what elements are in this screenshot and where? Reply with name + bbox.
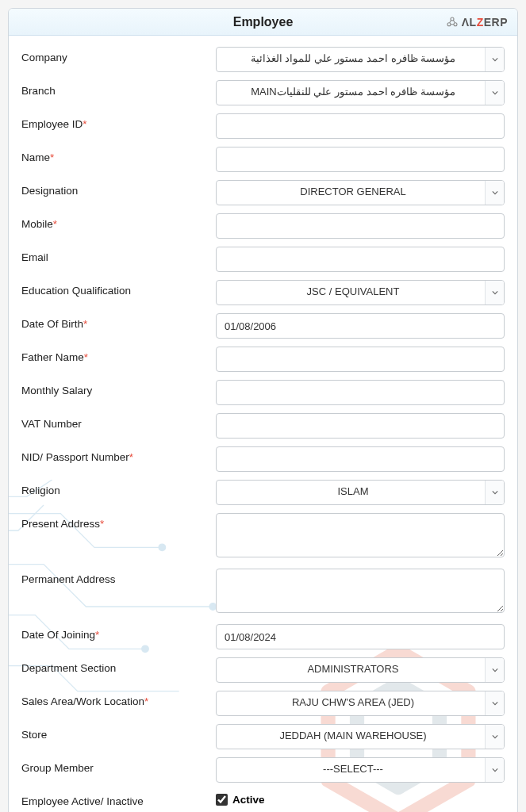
label-store: Store bbox=[21, 724, 216, 741]
father-input[interactable] bbox=[216, 347, 505, 372]
label-active: Employee Active/ Inactive bbox=[21, 791, 216, 807]
designation-select[interactable]: DIRECTOR GENERAL bbox=[216, 180, 505, 205]
label-employee-id: Employee ID* bbox=[21, 113, 216, 130]
page-title: Employee bbox=[233, 15, 294, 29]
label-sales-area: Sales Area/Work Location* bbox=[21, 691, 216, 707]
row-active: Employee Active/ Inactive Active bbox=[21, 791, 505, 807]
label-email: Email bbox=[21, 247, 216, 263]
label-company: Company bbox=[21, 47, 216, 63]
logo-icon bbox=[446, 16, 459, 29]
row-company: Company مؤسسة ظافره احمد مستور علي للموا… bbox=[21, 47, 505, 72]
name-input[interactable] bbox=[216, 147, 505, 172]
row-permanent-address: Permanent Address bbox=[21, 569, 505, 616]
label-mobile: Mobile* bbox=[21, 213, 216, 230]
row-religion: Religion ISLAM bbox=[21, 480, 505, 505]
svg-point-1 bbox=[447, 22, 451, 25]
row-employee-id: Employee ID* bbox=[21, 113, 505, 139]
label-permanent-address: Permanent Address bbox=[21, 569, 216, 585]
active-checkbox[interactable] bbox=[216, 794, 228, 806]
panel-header: Employee ΛLZERP bbox=[9, 9, 517, 36]
row-nid: NID/ Passport Number* bbox=[21, 446, 505, 472]
label-salary: Monthly Salary bbox=[21, 380, 216, 396]
label-designation: Designation bbox=[21, 180, 216, 197]
row-vat: VAT Number bbox=[21, 413, 505, 439]
active-checkbox-label: Active bbox=[232, 794, 265, 806]
label-education: Education Qualification bbox=[21, 280, 216, 297]
label-father: Father Name* bbox=[21, 347, 216, 363]
row-email: Email bbox=[21, 247, 505, 272]
row-group: Group Member ---SELECT--- bbox=[21, 757, 505, 783]
row-designation: Designation DIRECTOR GENERAL bbox=[21, 180, 505, 205]
label-group: Group Member bbox=[21, 757, 216, 774]
present-address-input[interactable] bbox=[216, 513, 505, 557]
label-vat: VAT Number bbox=[21, 413, 216, 430]
label-present-address: Present Address* bbox=[21, 513, 216, 530]
row-father: Father Name* bbox=[21, 347, 505, 372]
label-dob: Date Of Birth* bbox=[21, 313, 216, 330]
row-name: Name* bbox=[21, 147, 505, 172]
brand-logo: ΛLZERP bbox=[446, 16, 508, 29]
row-present-address: Present Address* bbox=[21, 513, 505, 561]
salary-input[interactable] bbox=[216, 380, 505, 405]
svg-point-2 bbox=[454, 22, 457, 25]
row-mobile: Mobile* bbox=[21, 213, 505, 239]
email-input[interactable] bbox=[216, 247, 505, 272]
form-body: Company مؤسسة ظافره احمد مستور علي للموا… bbox=[9, 36, 517, 812]
row-doj: Date Of Joining* bbox=[21, 624, 505, 649]
row-dob: Date Of Birth* bbox=[21, 313, 505, 339]
permanent-address-input[interactable] bbox=[216, 569, 505, 613]
row-sales-area: Sales Area/Work Location* RAJU CHW'S ARE… bbox=[21, 691, 505, 716]
nid-input[interactable] bbox=[216, 446, 505, 472]
label-nid: NID/ Passport Number* bbox=[21, 446, 216, 463]
company-select[interactable]: مؤسسة ظافره احمد مستور علي للمواد الغذائ… bbox=[216, 47, 505, 72]
row-store: Store JEDDAH (MAIN WAREHOUSE) bbox=[21, 724, 505, 749]
label-name: Name* bbox=[21, 147, 216, 163]
row-education: Education Qualification JSC / EQUIVALENT bbox=[21, 280, 505, 305]
religion-select[interactable]: ISLAM bbox=[216, 480, 505, 505]
employee-id-input[interactable] bbox=[216, 113, 505, 139]
sales-area-select[interactable]: RAJU CHW'S AREA (JED) bbox=[216, 691, 505, 716]
label-department: Department Section bbox=[21, 657, 216, 674]
label-branch: Branch bbox=[21, 80, 216, 97]
education-select[interactable]: JSC / EQUIVALENT bbox=[216, 280, 505, 305]
store-select[interactable]: JEDDAH (MAIN WAREHOUSE) bbox=[216, 724, 505, 749]
row-branch: Branch MAINمؤسسة ظافره احمد مستور علي لل… bbox=[21, 80, 505, 105]
row-department: Department Section ADMINISTRATORS bbox=[21, 657, 505, 683]
logo-text: ΛLZERP bbox=[462, 16, 508, 29]
label-doj: Date Of Joining* bbox=[21, 624, 216, 641]
group-select[interactable]: ---SELECT--- bbox=[216, 757, 505, 783]
vat-input[interactable] bbox=[216, 413, 505, 439]
branch-select[interactable]: MAINمؤسسة ظافره احمد مستور علي للنقليات bbox=[216, 80, 505, 105]
employee-panel: Employee ΛLZERP Company bbox=[8, 8, 518, 812]
department-select[interactable]: ADMINISTRATORS bbox=[216, 657, 505, 683]
mobile-input[interactable] bbox=[216, 213, 505, 239]
doj-input[interactable] bbox=[216, 624, 505, 649]
dob-input[interactable] bbox=[216, 313, 505, 339]
label-religion: Religion bbox=[21, 480, 216, 496]
row-salary: Monthly Salary bbox=[21, 380, 505, 405]
